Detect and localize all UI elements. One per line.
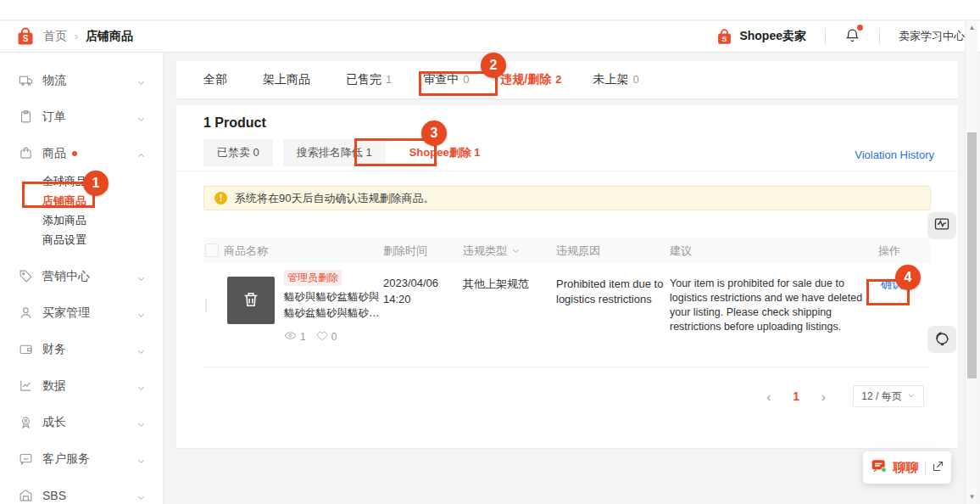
warning-text: 系统将在90天后自动确认违规删除商品。 bbox=[235, 191, 434, 206]
tab-sold-out[interactable]: 已售完1 bbox=[346, 72, 392, 87]
sidebar-subitem-add-product[interactable]: 添加商品 bbox=[42, 210, 163, 230]
filter-tab-banned[interactable]: 已禁卖 0 bbox=[203, 139, 273, 166]
tab-unlisted[interactable]: 未上架0 bbox=[593, 72, 639, 87]
confirm-button[interactable]: 确认 bbox=[881, 277, 903, 290]
sidebar-subitem-global-products[interactable]: 全球商品 bbox=[42, 171, 163, 191]
column-header-violation-type[interactable]: 违规类型 bbox=[463, 244, 507, 259]
sidebar-item-sbs[interactable]: SBS bbox=[0, 477, 163, 504]
chevron-down-icon bbox=[136, 381, 146, 390]
sidebar-item-finance[interactable]: 财务 bbox=[0, 331, 163, 367]
sidebar-subitem-shop-products[interactable]: 店铺商品 bbox=[42, 191, 163, 210]
sidebar-item-label: 订单 bbox=[42, 109, 66, 125]
scrollbar: ▲ ▼ bbox=[965, 20, 977, 504]
clipboard-icon bbox=[19, 109, 33, 124]
breadcrumb-current: 店铺商品 bbox=[86, 29, 133, 44]
tab-all[interactable]: 全部 bbox=[203, 72, 231, 87]
chevron-down-icon bbox=[136, 272, 146, 281]
seller-learning-center-link[interactable]: 卖家学习中心 bbox=[899, 29, 965, 44]
status-badge: 管理员删除 bbox=[284, 270, 342, 286]
eye-icon bbox=[284, 329, 297, 344]
pagination: ‹ 1 › 12 / 每页 bbox=[763, 385, 924, 407]
column-header-action: 操作 bbox=[878, 244, 900, 259]
truck-icon bbox=[19, 73, 33, 87]
seller-brand[interactable]: Shopee卖家 bbox=[739, 29, 806, 44]
tab-live[interactable]: 架上商品 bbox=[263, 72, 315, 87]
tab-label: 架上商品 bbox=[263, 72, 310, 87]
current-page[interactable]: 1 bbox=[793, 389, 799, 403]
next-page-button[interactable]: › bbox=[818, 389, 829, 404]
tab-label: 审查中 bbox=[423, 72, 459, 87]
product-image[interactable] bbox=[227, 277, 275, 324]
sidebar-item-growth[interactable]: 成长 bbox=[0, 404, 163, 440]
scroll-up-arrow[interactable]: ▲ bbox=[966, 24, 978, 31]
filter-tab-shopee-deleted[interactable]: Shopee删除 1 bbox=[396, 139, 494, 166]
chart-icon bbox=[19, 378, 33, 393]
customer-support-button[interactable] bbox=[927, 326, 956, 353]
shopee-seller-logo-icon: S bbox=[716, 28, 733, 46]
notification-bell-icon[interactable] bbox=[844, 27, 860, 47]
chevron-down-icon bbox=[136, 417, 146, 427]
product-name[interactable]: 貓砂與貓砂盆貓砂與貓砂盆貓砂與貓砂盆貓砂與貓砂... bbox=[284, 289, 386, 322]
warehouse-icon bbox=[19, 488, 33, 502]
chevron-down-icon bbox=[136, 490, 146, 500]
sidebar-item-label: SBS bbox=[42, 489, 66, 502]
sidebar-item-label: 物流 bbox=[42, 73, 66, 88]
sidebar-item-label: 客户服务 bbox=[42, 451, 90, 467]
svg-text:S: S bbox=[23, 34, 29, 43]
chevron-down-icon bbox=[136, 76, 146, 85]
sidebar-item-label: 成长 bbox=[42, 415, 66, 430]
chat-icon bbox=[871, 457, 888, 478]
delete-date: 2023/04/06 bbox=[383, 275, 438, 291]
select-all-checkbox[interactable] bbox=[205, 244, 219, 257]
tab-label: 违规/删除 bbox=[500, 72, 551, 87]
sidebar-item-buyers[interactable]: 买家管理 bbox=[0, 294, 163, 331]
prev-page-button[interactable]: ‹ bbox=[763, 389, 774, 404]
row-checkbox[interactable] bbox=[205, 298, 207, 312]
divider bbox=[925, 462, 926, 474]
sidebar-item-label: 商品 bbox=[42, 146, 66, 161]
browser-strip bbox=[0, 0, 980, 20]
red-dot-badge bbox=[72, 151, 77, 156]
header: S 首页 › 店铺商品 S Shopee卖家 卖家学习中心 bbox=[0, 21, 980, 53]
chevron-down-icon bbox=[136, 454, 146, 463]
chevron-up-icon bbox=[136, 148, 146, 158]
sidebar-item-customer-service[interactable]: 客户服务 bbox=[0, 440, 163, 477]
sidebar-item-label: 营销中心 bbox=[42, 269, 90, 284]
sidebar-item-label: 数据 bbox=[42, 378, 66, 394]
divider bbox=[825, 28, 826, 45]
divider bbox=[176, 171, 958, 171]
violation-history-link[interactable]: Violation History bbox=[855, 148, 934, 161]
column-header-suggestion: 建议 bbox=[670, 244, 692, 259]
sidebar-item-label: 财务 bbox=[42, 342, 66, 357]
suggestion-text: Your item is prohibited for sale due to … bbox=[670, 277, 866, 334]
chat-widget[interactable]: 聊聊 bbox=[863, 451, 951, 484]
popout-icon[interactable] bbox=[932, 460, 944, 476]
tab-violation-deleted[interactable]: 违规/删除2 bbox=[500, 72, 561, 87]
views-count: 1 bbox=[300, 331, 306, 343]
activity-monitor-button[interactable] bbox=[927, 212, 956, 239]
pulse-icon bbox=[933, 216, 950, 236]
column-header-delete-time: 删除时间 bbox=[383, 244, 427, 259]
tab-reviewing[interactable]: 审查中0 bbox=[423, 72, 469, 87]
scrollbar-thumb[interactable] bbox=[967, 132, 977, 378]
shopee-logo-icon[interactable]: S bbox=[15, 26, 36, 47]
delete-time: 14:20 bbox=[383, 291, 438, 307]
sidebar-subitem-product-settings[interactable]: 商品设置 bbox=[42, 230, 163, 249]
page-size-select[interactable]: 12 / 每页 bbox=[853, 385, 924, 407]
tab-label: 已售完 bbox=[346, 72, 381, 87]
breadcrumb-home[interactable]: 首页 bbox=[43, 29, 67, 44]
sidebar-item-marketing[interactable]: 营销中心 bbox=[0, 258, 163, 294]
table-row: 管理员删除 貓砂與貓砂盆貓砂與貓砂盆貓砂與貓砂盆貓砂與貓砂... 1 0 202… bbox=[203, 263, 931, 367]
sidebar-item-orders[interactable]: 订单 bbox=[0, 98, 163, 135]
sidebar-item-label: 买家管理 bbox=[42, 305, 90, 321]
chevron-down-icon[interactable] bbox=[511, 245, 521, 258]
scroll-down-arrow[interactable]: ▼ bbox=[966, 493, 978, 501]
tab-count: 1 bbox=[386, 73, 392, 86]
heart-icon bbox=[316, 330, 328, 344]
sidebar-item-data[interactable]: 数据 bbox=[0, 367, 163, 404]
sidebar-item-products[interactable]: 商品 bbox=[0, 135, 163, 171]
svg-text:S: S bbox=[722, 34, 727, 42]
sidebar-item-logistics[interactable]: 物流 bbox=[0, 62, 163, 98]
filter-tab-search-demoted[interactable]: 搜索排名降低 1 bbox=[283, 139, 386, 166]
chevron-down-icon bbox=[136, 112, 146, 121]
